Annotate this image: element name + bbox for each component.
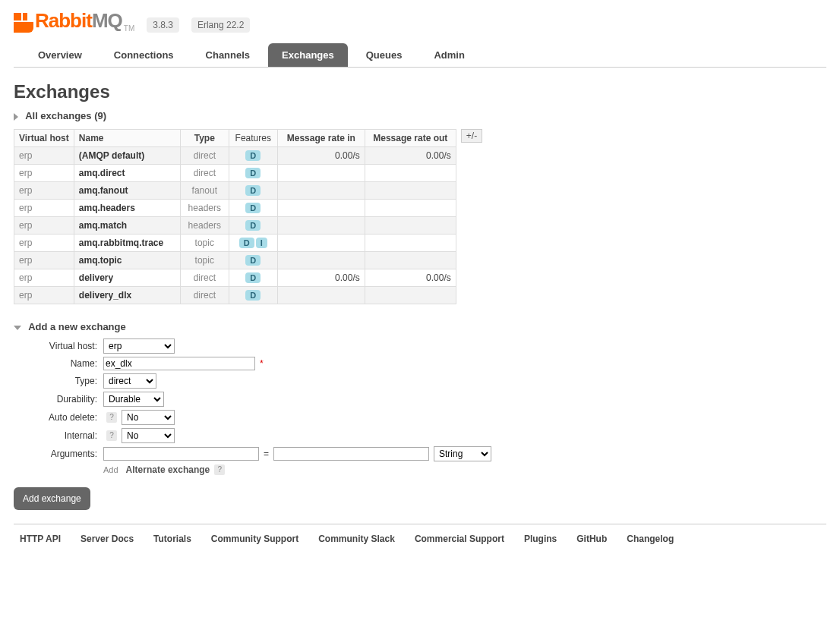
alternate-exchange-link[interactable]: Alternate exchange bbox=[126, 464, 210, 475]
label-vhost: Virtual host: bbox=[14, 341, 97, 351]
cell-vhost: erp bbox=[14, 200, 74, 217]
feature-badge: D bbox=[239, 238, 254, 248]
version-badge: 3.8.3 bbox=[147, 17, 179, 33]
footer-link-http-api[interactable]: HTTP API bbox=[20, 534, 61, 544]
footer-link-changelog[interactable]: Changelog bbox=[627, 534, 674, 544]
table-row: erpamq.matchheadersD bbox=[14, 217, 456, 235]
feature-badge: D bbox=[245, 220, 261, 231]
exchange-link[interactable]: amq.topic bbox=[79, 255, 122, 266]
cell-rate-in bbox=[277, 235, 365, 252]
argument-value-input[interactable] bbox=[273, 447, 429, 461]
footer-link-server-docs[interactable]: Server Docs bbox=[81, 534, 134, 544]
feature-badge: D bbox=[245, 272, 261, 283]
type-select[interactable]: direct bbox=[103, 373, 156, 389]
durability-select[interactable]: Durable bbox=[103, 392, 164, 407]
table-row: erpamq.directdirectD bbox=[14, 165, 456, 182]
feature-badge: D bbox=[245, 290, 261, 301]
all-exchanges-toggle[interactable]: All exchanges (9) bbox=[14, 107, 826, 124]
vhost-select[interactable]: erp bbox=[103, 338, 175, 354]
tab-connections[interactable]: Connections bbox=[100, 43, 188, 67]
tab-admin[interactable]: Admin bbox=[420, 43, 478, 67]
all-exchanges-label: All exchanges (9) bbox=[25, 110, 106, 121]
cell-vhost: erp bbox=[14, 147, 74, 165]
cell-rate-in bbox=[277, 252, 365, 269]
exchange-link[interactable]: delivery_dlx bbox=[79, 290, 131, 301]
cell-rate-out bbox=[365, 235, 456, 252]
cell-type: topic bbox=[180, 252, 229, 269]
cell-type: direct bbox=[180, 269, 229, 287]
footer-link-commercial-support[interactable]: Commercial Support bbox=[415, 534, 504, 544]
cell-features: D bbox=[229, 165, 277, 182]
label-internal: Internal: bbox=[14, 430, 97, 441]
col-name[interactable]: Name bbox=[74, 130, 180, 147]
col-rate-out[interactable]: Message rate out bbox=[365, 130, 456, 147]
cell-rate-out bbox=[365, 252, 456, 269]
footer-link-tutorials[interactable]: Tutorials bbox=[153, 534, 191, 544]
add-exchange-section: Add a new exchange Virtual host: erp Nam… bbox=[14, 318, 826, 510]
table-row: erpdeliverydirectD0.00/s0.00/s bbox=[14, 269, 456, 287]
argument-key-input[interactable] bbox=[103, 447, 259, 461]
auto-delete-select[interactable]: No bbox=[122, 410, 175, 425]
tab-exchanges[interactable]: Exchanges bbox=[268, 43, 348, 67]
cell-features: D bbox=[229, 252, 277, 269]
feature-badge: D bbox=[245, 203, 261, 213]
erlang-badge: Erlang 22.2 bbox=[191, 17, 250, 33]
tab-overview[interactable]: Overview bbox=[24, 43, 96, 67]
exchange-link[interactable]: amq.match bbox=[79, 220, 127, 231]
label-arguments: Arguments: bbox=[14, 449, 97, 459]
footer-link-community-support[interactable]: Community Support bbox=[211, 534, 298, 544]
col-rate-in[interactable]: Message rate in bbox=[277, 130, 365, 147]
logo[interactable]: RabbitMQ TM bbox=[14, 9, 134, 33]
help-auto-delete[interactable]: ? bbox=[106, 412, 117, 423]
name-input[interactable] bbox=[103, 357, 255, 370]
cell-vhost: erp bbox=[14, 182, 74, 200]
label-durability: Durability: bbox=[14, 394, 97, 405]
label-type: Type: bbox=[14, 376, 97, 386]
exchange-link[interactable]: delivery bbox=[79, 272, 113, 283]
caret-right-icon bbox=[14, 113, 18, 121]
cell-rate-in: 0.00/s bbox=[277, 269, 365, 287]
cell-rate-in bbox=[277, 182, 365, 200]
label-auto-delete: Auto delete: bbox=[14, 412, 97, 423]
col-vhost[interactable]: Virtual host bbox=[14, 130, 74, 147]
cell-type: fanout bbox=[180, 182, 229, 200]
footer-link-community-slack[interactable]: Community Slack bbox=[318, 534, 395, 544]
logo-text: RabbitMQ bbox=[35, 9, 122, 33]
cell-features: D bbox=[229, 217, 277, 235]
logo-text-orange: Rabbit bbox=[35, 9, 92, 32]
add-argument-link[interactable]: Add bbox=[103, 465, 118, 474]
label-name: Name: bbox=[14, 358, 97, 369]
exchange-link[interactable]: (AMQP default) bbox=[79, 150, 144, 161]
add-exchange-button[interactable]: Add exchange bbox=[14, 487, 90, 510]
exchange-link[interactable]: amq.fanout bbox=[79, 185, 128, 196]
page-title: Exchanges bbox=[14, 81, 826, 102]
cell-vhost: erp bbox=[14, 269, 74, 287]
col-type[interactable]: Type bbox=[180, 130, 229, 147]
cell-type: headers bbox=[180, 200, 229, 217]
exchange-link[interactable]: amq.headers bbox=[79, 203, 135, 213]
internal-select[interactable]: No bbox=[122, 428, 175, 443]
rabbitmq-icon bbox=[14, 13, 33, 33]
exchange-link[interactable]: amq.direct bbox=[79, 168, 125, 178]
main-tabs: OverviewConnectionsChannelsExchangesQueu… bbox=[14, 43, 826, 68]
cell-type: direct bbox=[180, 287, 229, 304]
help-alternate-exchange[interactable]: ? bbox=[214, 464, 225, 475]
exchanges-table: Virtual host Name Type Features Message … bbox=[14, 129, 456, 304]
footer-link-github[interactable]: GitHub bbox=[576, 534, 607, 544]
footer-link-plugins[interactable]: Plugins bbox=[524, 534, 557, 544]
tab-queues[interactable]: Queues bbox=[352, 43, 416, 67]
exchanges-table-wrap: Virtual host Name Type Features Message … bbox=[14, 129, 826, 304]
tab-channels[interactable]: Channels bbox=[192, 43, 264, 67]
cell-type: headers bbox=[180, 217, 229, 235]
columns-toggle-button[interactable]: +/- bbox=[461, 129, 482, 143]
col-features[interactable]: Features bbox=[229, 130, 277, 147]
help-internal[interactable]: ? bbox=[106, 430, 117, 441]
cell-rate-out bbox=[365, 182, 456, 200]
table-row: erpamq.headersheadersD bbox=[14, 200, 456, 217]
argument-type-select[interactable]: String bbox=[434, 446, 491, 461]
cell-rate-out bbox=[365, 200, 456, 217]
add-exchange-toggle[interactable]: Add a new exchange bbox=[14, 318, 826, 335]
cell-vhost: erp bbox=[14, 252, 74, 269]
cell-rate-out bbox=[365, 287, 456, 304]
exchange-link[interactable]: amq.rabbitmq.trace bbox=[79, 238, 163, 248]
